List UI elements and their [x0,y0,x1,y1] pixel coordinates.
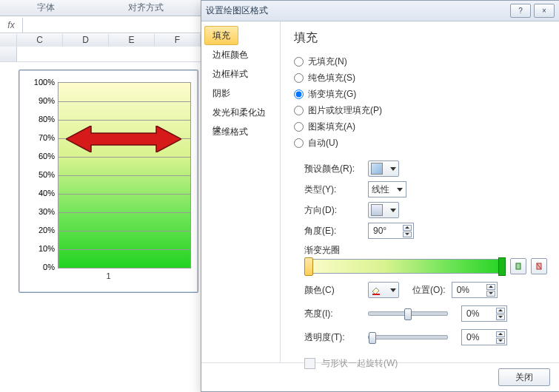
remove-stop-icon [535,262,543,271]
stop-color-label: 颜色(C) [304,284,368,297]
slider-thumb[interactable] [369,332,376,344]
ytick: 100% [19,78,55,87]
brightness-label: 亮度(I): [304,308,368,320]
gradient-stop[interactable] [304,257,313,276]
chevron-down-icon [390,288,396,292]
fx-icon[interactable]: fx [0,18,23,33]
chevron-down-icon [397,188,403,192]
svg-marker-0 [66,126,181,152]
ytick: 10% [19,244,55,253]
add-stop-icon [514,262,523,271]
brightness-slider[interactable] [368,311,448,316]
gridline [58,101,190,102]
brightness-spinner[interactable]: 0% [461,305,507,322]
nav-border-color[interactable]: 边框颜色 [201,45,280,64]
angle-label: 角度(E): [304,225,368,237]
dialog-pane: 填充 无填充(N) 纯色填充(S) 渐变填充(G) 图片或纹理填充(P) 图案填… [281,21,559,362]
gradient-stop-end[interactable] [498,257,506,276]
transparency-slider[interactable] [368,335,448,339]
svg-rect-1 [516,263,520,269]
formula-bar: fx [0,18,201,33]
transparency-label: 透明度(T): [304,331,368,344]
ytick: 30% [19,207,55,216]
angle-spinner[interactable]: 90° [368,223,414,239]
stop-color-dropdown[interactable] [368,282,399,298]
gridline [58,212,190,213]
radio-picture-fill[interactable]: 图片或纹理填充(P) [294,102,547,118]
ytick: 0% [19,263,55,271]
plot-area[interactable] [58,82,191,268]
svg-rect-4 [372,294,380,295]
nav-3d[interactable]: 三维格式 [201,122,280,141]
radio-solid-fill[interactable]: 纯色填充(S) [294,70,547,86]
gridline [58,175,190,176]
ytick: 60% [19,152,55,160]
ytick: 80% [19,115,55,124]
radio-gradient-fill[interactable]: 渐变填充(G) [294,86,547,102]
fill-options: 无填充(N) 纯色填充(S) 渐变填充(G) 图片或纹理填充(P) 图案填充(A… [294,53,547,151]
nav-glow[interactable]: 发光和柔化边缘 [201,103,280,122]
nav-shadow[interactable]: 阴影 [201,84,280,103]
spin-up-icon[interactable] [496,331,505,337]
ytick: 50% [19,170,55,179]
radio-no-fill[interactable]: 无填充(N) [294,53,547,70]
type-select[interactable]: 线性 [368,181,406,197]
transparency-spinner[interactable]: 0% [461,329,507,345]
close-icon[interactable]: × [534,4,555,18]
dialog-titlebar[interactable]: 设置绘图区格式 ? × [201,1,559,21]
pane-heading: 填充 [294,30,547,46]
col-D[interactable]: D [63,34,109,47]
radio-pattern-fill[interactable]: 图案填充(A) [294,118,547,135]
column-headers: C D E F [0,34,201,47]
rotate-with-shape-label: 与形状一起旋转(W) [321,357,398,370]
radio-auto-fill[interactable]: 自动(U) [294,135,547,151]
direction-icon [371,204,383,216]
swatch-icon [371,163,383,175]
spin-up-icon[interactable] [496,308,505,314]
type-label: 类型(Y): [304,183,368,196]
slider-thumb[interactable] [404,308,412,320]
gradient-track[interactable] [304,259,506,274]
add-stop-button[interactable] [510,258,526,274]
position-spinner[interactable]: 0% [452,282,498,298]
chevron-down-icon [390,209,396,212]
spin-up-icon[interactable] [486,284,495,290]
col-F[interactable]: F [155,34,201,47]
direction-label: 方向(D): [304,204,368,217]
remove-stop-button[interactable] [531,258,547,274]
ribbon-group-font: 字体 [37,1,55,14]
preset-label: 预设颜色(R): [304,163,368,175]
checkbox-icon[interactable] [304,358,315,369]
gridline [58,249,190,250]
col-E[interactable]: E [109,34,155,47]
nav-border-style[interactable]: 边框样式 [201,64,280,84]
rotate-with-shape-row[interactable]: 与形状一起旋转(W) [304,357,547,370]
paint-bucket-icon [371,285,381,295]
spin-up-icon[interactable] [403,225,412,231]
help-button[interactable]: ? [510,4,531,18]
close-button[interactable]: 关闭 [498,368,550,386]
spin-down-icon[interactable] [496,338,505,344]
arrow-shape[interactable] [66,126,181,152]
ytick: 40% [19,189,55,197]
spin-down-icon[interactable] [403,232,412,237]
chart-object[interactable]: 100% 90% 80% 70% 60% 50% 40% 30% 20% 10%… [19,70,198,293]
chevron-down-icon [390,167,396,171]
ribbon: 字体 对齐方式 [0,0,201,16]
formula-input[interactable] [23,18,201,33]
gridline [58,231,190,232]
dialog-nav: 填充 边框颜色 边框样式 阴影 发光和柔化边缘 三维格式 [201,21,281,362]
col-select-all[interactable] [0,34,17,47]
format-dialog: 设置绘图区格式 ? × 填充 边框颜色 边框样式 阴影 发光和柔化边缘 三维格式… [201,0,559,392]
direction-dropdown[interactable] [368,202,399,218]
col-C[interactable]: C [17,34,63,47]
spin-down-icon[interactable] [496,314,505,320]
gridline [58,120,190,121]
dialog-title: 设置绘图区格式 [206,4,268,17]
preset-color-dropdown[interactable] [368,160,399,177]
gridline [58,157,190,158]
nav-fill[interactable]: 填充 [204,26,238,45]
ytick: 90% [19,96,55,105]
position-label: 位置(O): [412,284,446,297]
spin-down-icon[interactable] [486,291,495,297]
